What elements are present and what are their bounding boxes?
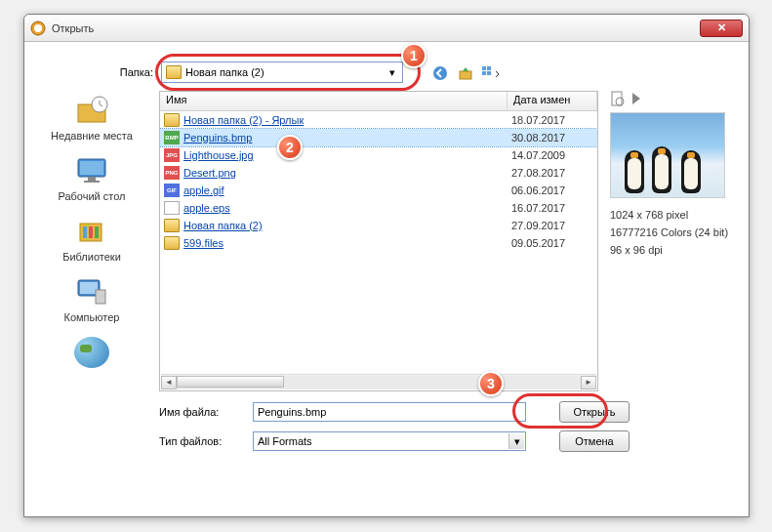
svg-rect-5 [487, 66, 491, 70]
file-row[interactable]: Новая папка (2)27.09.2017 [160, 217, 597, 234]
fold-icon [164, 219, 180, 232]
file-row[interactable]: JPGLighthouse.jpg14.07.2009 [160, 146, 597, 164]
svg-rect-3 [460, 71, 471, 79]
preview-info: 1024 x 768 pixel 16777216 Colors (24 bit… [610, 206, 737, 259]
file-date: 16.07.2017 [511, 202, 593, 214]
file-name: Новая папка (2) [183, 220, 511, 231]
svg-rect-13 [84, 181, 100, 183]
file-row[interactable]: GIFapple.gif06.06.2017 [160, 182, 597, 199]
file-name: Desert.png [183, 167, 511, 179]
close-button[interactable]: ✕ [700, 20, 743, 37]
png-icon: PNG [164, 166, 180, 180]
filetype-combo[interactable]: All Formats ▾ [253, 431, 526, 451]
computer-icon [74, 276, 109, 307]
cancel-button[interactable]: Отмена [559, 430, 630, 452]
folder-label: Папка: [112, 66, 153, 78]
filetype-value: All Formats [258, 435, 312, 447]
svg-rect-6 [482, 71, 486, 75]
file-date: 06.06.2017 [511, 184, 593, 196]
svg-rect-11 [80, 161, 103, 175]
file-name: apple.eps [183, 202, 511, 214]
file-date: 27.09.2017 [511, 220, 593, 231]
globe-icon [74, 337, 109, 368]
scroll-thumb[interactable] [177, 376, 284, 388]
bmp-icon: BMP [164, 131, 180, 144]
svg-rect-20 [96, 290, 105, 304]
sidebar-computer[interactable]: Компьютер [38, 272, 145, 331]
file-row[interactable]: apple.eps16.07.2017 [160, 199, 597, 217]
sidebar-recent[interactable]: Недавние места [38, 91, 145, 149]
bottom-controls: Имя файла: Открыть Тип файлов: All Forma… [159, 401, 735, 460]
scroll-track[interactable] [177, 376, 581, 389]
file-date: 30.08.2017 [511, 132, 593, 143]
back-button[interactable] [430, 63, 450, 83]
col-name[interactable]: Имя [160, 92, 508, 110]
preview-thumbnail [610, 112, 725, 198]
col-date[interactable]: Дата измен [508, 92, 597, 110]
svg-rect-7 [487, 71, 491, 75]
file-name: Penguins.bmp [183, 132, 511, 143]
eps-icon [164, 201, 180, 215]
file-name: apple.gif [183, 184, 511, 196]
preview-colors: 16777216 Colors (24 bit) [610, 224, 737, 241]
file-row[interactable]: 599.files09.05.2017 [160, 234, 597, 252]
titlebar: Открыть ✕ [24, 15, 749, 42]
sidebar-network[interactable] [38, 333, 145, 376]
svg-rect-17 [95, 226, 99, 238]
file-name: Lighthouse.jpg [183, 149, 511, 161]
scroll-left-button[interactable]: ◄ [161, 376, 177, 389]
svg-point-1 [34, 24, 42, 32]
filetype-label: Тип файлов: [159, 435, 243, 447]
up-button[interactable] [456, 63, 475, 83]
folder-combo[interactable]: Новая папка (2) ▾ [161, 61, 403, 83]
sidebar-desktop[interactable]: Рабочий стол [38, 151, 145, 210]
preview-page-icon[interactable] [610, 91, 626, 106]
preview-pane: 1024 x 768 pixel 16777216 Colors (24 bit… [610, 91, 737, 259]
open-button[interactable]: Открыть [559, 401, 630, 423]
file-row[interactable]: Новая папка (2) - Ярлык18.07.2017 [160, 111, 597, 129]
app-icon [30, 20, 46, 36]
jpg-icon: JPG [164, 148, 180, 162]
dialog-content: Папка: Новая папка (2) ▾ Недавние места … [24, 42, 749, 516]
preview-dimensions: 1024 x 768 pixel [610, 206, 737, 224]
sidebar-libraries[interactable]: Библиотеки [38, 212, 145, 270]
filename-input[interactable] [253, 402, 526, 422]
file-row[interactable]: PNGDesert.png27.08.2017 [160, 164, 597, 182]
file-date: 14.07.2009 [511, 149, 593, 161]
preview-toolbar [610, 91, 737, 108]
file-list: Имя Дата измен Новая папка (2) - Ярлык18… [159, 91, 598, 391]
file-date: 27.08.2017 [511, 167, 593, 179]
folder-value: Новая папка (2) [185, 66, 264, 78]
nav-buttons [430, 63, 501, 83]
svg-point-2 [433, 66, 447, 80]
libraries-icon [74, 216, 109, 247]
places-sidebar: Недавние места Рабочий стол Библиотеки К… [38, 91, 145, 376]
open-dialog: Открыть ✕ Папка: Новая папка (2) ▾ Недав… [23, 14, 750, 517]
recent-icon [74, 95, 109, 126]
svg-rect-15 [83, 226, 87, 238]
preview-dpi: 96 x 96 dpi [610, 241, 737, 259]
folder-icon [166, 65, 182, 79]
filename-label: Имя файла: [159, 406, 243, 418]
scroll-right-button[interactable]: ► [581, 376, 596, 389]
file-date: 09.05.2017 [511, 237, 593, 249]
file-name: Новая папка (2) - Ярлык [183, 114, 511, 126]
fold-icon [164, 113, 180, 127]
file-date: 18.07.2017 [511, 114, 593, 126]
desktop-icon [74, 155, 109, 186]
file-list-body: Новая папка (2) - Ярлык18.07.2017BMPPeng… [160, 111, 597, 252]
file-row[interactable]: BMPPenguins.bmp30.08.2017 [160, 129, 597, 146]
gif-icon: GIF [164, 184, 180, 197]
svg-rect-12 [88, 177, 96, 181]
chevron-down-icon[interactable]: ▾ [508, 433, 524, 449]
file-name: 599.files [183, 237, 511, 249]
fold-icon [164, 236, 180, 250]
preview-play-icon[interactable] [630, 91, 643, 106]
view-button[interactable] [481, 63, 501, 83]
chevron-down-icon[interactable]: ▾ [385, 64, 400, 80]
window-title: Открыть [52, 22, 700, 34]
svg-rect-4 [482, 66, 486, 70]
horizontal-scrollbar[interactable]: ◄ ► [161, 374, 596, 389]
svg-rect-16 [89, 226, 93, 238]
folder-row: Папка: Новая папка (2) ▾ [112, 61, 403, 83]
